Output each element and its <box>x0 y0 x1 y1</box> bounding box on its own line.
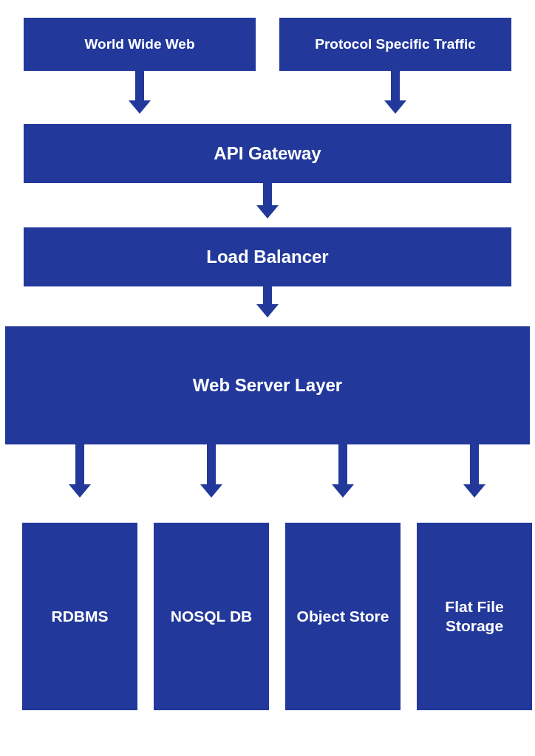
arrow-down-icon <box>200 444 222 498</box>
object-store-label: Object Store <box>297 607 389 626</box>
world-wide-web-label: World Wide Web <box>84 36 194 52</box>
flat-file-storage-label: Flat File Storage <box>423 597 526 636</box>
arrow-down-icon <box>256 286 279 317</box>
nosql-db-box: NOSQL DB <box>154 523 269 710</box>
object-store-box: Object Store <box>285 523 401 710</box>
api-gateway-box: API Gateway <box>24 124 511 183</box>
arrow-down-icon <box>332 444 354 498</box>
arrow-down-icon <box>384 71 406 114</box>
rdbms-box: RDBMS <box>22 523 137 710</box>
web-server-layer-box: Web Server Layer <box>5 326 530 444</box>
flat-file-storage-box: Flat File Storage <box>417 523 532 710</box>
nosql-db-label: NOSQL DB <box>171 607 252 626</box>
api-gateway-label: API Gateway <box>214 143 321 164</box>
arrow-down-icon <box>129 71 151 114</box>
arrow-down-icon <box>256 183 279 219</box>
load-balancer-box: Load Balancer <box>24 227 511 286</box>
arrow-down-icon <box>463 444 485 498</box>
web-server-layer-label: Web Server Layer <box>193 375 342 396</box>
rdbms-label: RDBMS <box>52 607 109 626</box>
arrow-down-icon <box>69 444 91 498</box>
protocol-traffic-box: Protocol Specific Traffic <box>279 18 511 71</box>
protocol-traffic-label: Protocol Specific Traffic <box>315 36 476 52</box>
load-balancer-label: Load Balancer <box>206 247 328 267</box>
world-wide-web-box: World Wide Web <box>24 18 256 71</box>
